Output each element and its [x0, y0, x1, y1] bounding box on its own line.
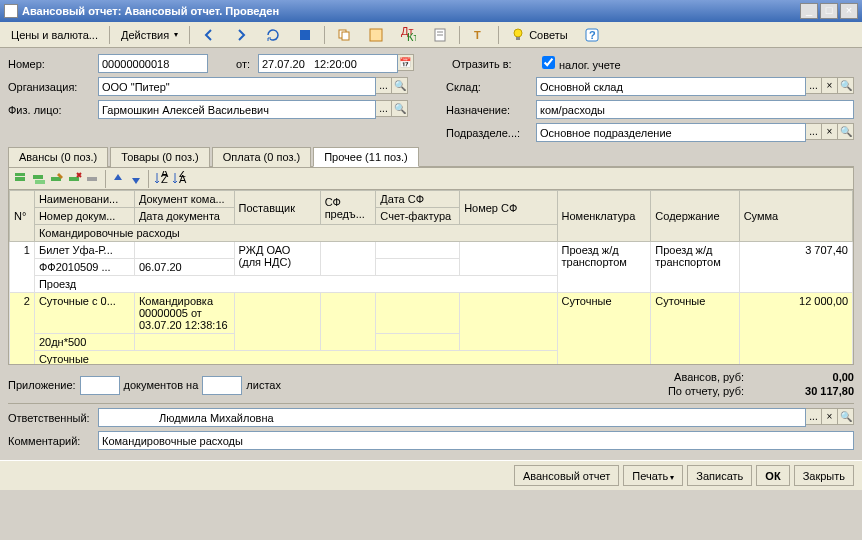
add-row-icon[interactable]	[13, 171, 29, 187]
minimize-button[interactable]: _	[800, 3, 818, 19]
col-doc-num[interactable]: Номер докум...	[34, 208, 134, 225]
col-supplier[interactable]: Поставщик	[234, 191, 320, 225]
svg-rect-15	[15, 173, 25, 176]
table-row[interactable]: 1Билет Уфа-Р...РЖД ОАО (для НДС)Проезд ж…	[10, 242, 853, 259]
main-toolbar: Цены и валюта... Действия ДтКт T Советы …	[0, 22, 862, 48]
warehouse-clear-button[interactable]: ×	[822, 77, 838, 94]
responsible-clear-button[interactable]: ×	[822, 408, 838, 425]
refresh-icon[interactable]	[258, 25, 288, 45]
col-content[interactable]: Содержание	[651, 191, 739, 242]
print-button[interactable]: Печать	[623, 465, 683, 486]
svg-text:?: ?	[589, 29, 596, 41]
svg-text:Кт: Кт	[407, 31, 416, 43]
col-doc-date[interactable]: Дата документа	[134, 208, 234, 225]
sort-desc-icon[interactable]: ZA	[171, 171, 187, 187]
warehouse-lookup-icon[interactable]: 🔍	[838, 77, 854, 94]
warehouse-field[interactable]: Основной склад	[536, 77, 806, 96]
ok-button[interactable]: ОК	[756, 465, 789, 486]
comment-label: Комментарий:	[8, 435, 90, 447]
report-icon[interactable]	[425, 25, 455, 45]
responsible-select-button[interactable]: ...	[806, 408, 822, 425]
org-select-button[interactable]: ...	[376, 77, 392, 94]
dept-label: Подразделе...:	[446, 127, 528, 139]
prices-currency-button[interactable]: Цены и валюта...	[4, 25, 105, 45]
svg-rect-17	[35, 180, 45, 184]
warehouse-select-button[interactable]: ...	[806, 77, 822, 94]
col-sf-date[interactable]: Дата СФ	[376, 191, 460, 208]
svg-rect-20	[87, 177, 97, 181]
basis-icon[interactable]	[361, 25, 391, 45]
svg-point-10	[514, 29, 522, 37]
col-number[interactable]: N°	[10, 191, 35, 242]
dt-kt-icon[interactable]: ДтКт	[393, 25, 423, 45]
finish-edit-icon[interactable]	[85, 171, 101, 187]
from-label: от:	[236, 58, 250, 70]
maximize-button[interactable]: □	[820, 3, 838, 19]
dept-lookup-icon[interactable]: 🔍	[838, 123, 854, 140]
dept-clear-button[interactable]: ×	[822, 123, 838, 140]
col-sf-num[interactable]: Номер СФ	[460, 191, 557, 225]
col-nomen[interactable]: Номенклатура	[557, 191, 651, 242]
comment-field[interactable]: Командировочные расходы	[98, 431, 854, 450]
sheets-count-field[interactable]	[202, 376, 242, 395]
col-name[interactable]: Наименовани...	[34, 191, 134, 208]
person-field[interactable]: Гармошкин Алексей Васильевич	[98, 100, 376, 119]
reflect-label: Отразить в:	[452, 58, 534, 70]
save-button[interactable]: Записать	[687, 465, 752, 486]
responsible-field[interactable]: Людмила Михайловна	[98, 408, 806, 427]
table-row[interactable]: 2Суточные с 0...Командировка 00000005 от…	[10, 293, 853, 334]
col-invoice[interactable]: Счет-фактура	[376, 208, 460, 225]
dept-field[interactable]: Основное подразделение	[536, 123, 806, 142]
help-icon[interactable]: ?	[577, 25, 607, 45]
svg-text:T: T	[474, 29, 481, 41]
svg-rect-14	[15, 177, 25, 181]
grid-table: N° Наименовани... Документ кома... Поста…	[9, 190, 853, 364]
col-sum[interactable]: Сумма	[739, 191, 852, 242]
col-sf-pred[interactable]: СФ предъ...	[320, 191, 376, 225]
docs-count-field[interactable]	[80, 376, 120, 395]
attachment-label: Приложение:	[8, 379, 76, 391]
svg-rect-11	[516, 37, 520, 40]
bottom-buttons: Авансовый отчет Печать Записать ОК Закры…	[0, 460, 862, 490]
close-window-button[interactable]: ×	[840, 3, 858, 19]
number-field[interactable]: 00000000018	[98, 54, 208, 73]
move-up-icon[interactable]	[110, 171, 126, 187]
person-select-button[interactable]: ...	[376, 100, 392, 117]
tab-goods[interactable]: Товары (0 поз.)	[110, 147, 209, 167]
close-button[interactable]: Закрыть	[794, 465, 854, 486]
sheets-label: листах	[246, 379, 281, 391]
copy-icon[interactable]	[329, 25, 359, 45]
tab-advances[interactable]: Авансы (0 поз.)	[8, 147, 108, 167]
org-field[interactable]: ООО "Питер"	[98, 77, 376, 96]
docs-label: документов на	[124, 379, 199, 391]
post-icon[interactable]	[290, 25, 320, 45]
move-down-icon[interactable]	[128, 171, 144, 187]
number-label: Номер:	[8, 58, 90, 70]
delete-row-icon[interactable]	[67, 171, 83, 187]
tax-checkbox[interactable]: налог. учете	[542, 56, 621, 71]
calendar-icon[interactable]: 📅	[398, 54, 414, 71]
advance-report-button[interactable]: Авансовый отчет	[514, 465, 619, 486]
col-doc[interactable]: Документ кома...	[134, 191, 234, 208]
col-trip-exp[interactable]: Командировочные расходы	[34, 225, 557, 242]
nav-back-icon[interactable]	[194, 25, 224, 45]
dept-select-button[interactable]: ...	[806, 123, 822, 140]
advice-button[interactable]: Советы	[503, 25, 574, 45]
titlebar: Авансовый отчет: Авансовый отчет. Провед…	[0, 0, 862, 22]
svg-rect-3	[370, 29, 382, 41]
org-lookup-icon[interactable]: 🔍	[392, 77, 408, 94]
tab-other[interactable]: Прочее (11 поз.)	[313, 147, 419, 167]
svg-rect-0	[300, 30, 310, 40]
tab-payment[interactable]: Оплата (0 поз.)	[212, 147, 311, 167]
person-lookup-icon[interactable]: 🔍	[392, 100, 408, 117]
nav-forward-icon[interactable]	[226, 25, 256, 45]
responsible-label: Ответственный:	[8, 412, 90, 424]
actions-menu[interactable]: Действия	[114, 25, 185, 45]
structure-icon[interactable]: T	[464, 25, 494, 45]
sort-asc-icon[interactable]: AZ	[153, 171, 169, 187]
edit-row-icon[interactable]	[49, 171, 65, 187]
responsible-lookup-icon[interactable]: 🔍	[838, 408, 854, 425]
purpose-field[interactable]: ком/расходы	[536, 100, 854, 119]
copy-row-icon[interactable]	[31, 171, 47, 187]
date-field[interactable]: 27.07.20 12:20:00	[258, 54, 398, 73]
